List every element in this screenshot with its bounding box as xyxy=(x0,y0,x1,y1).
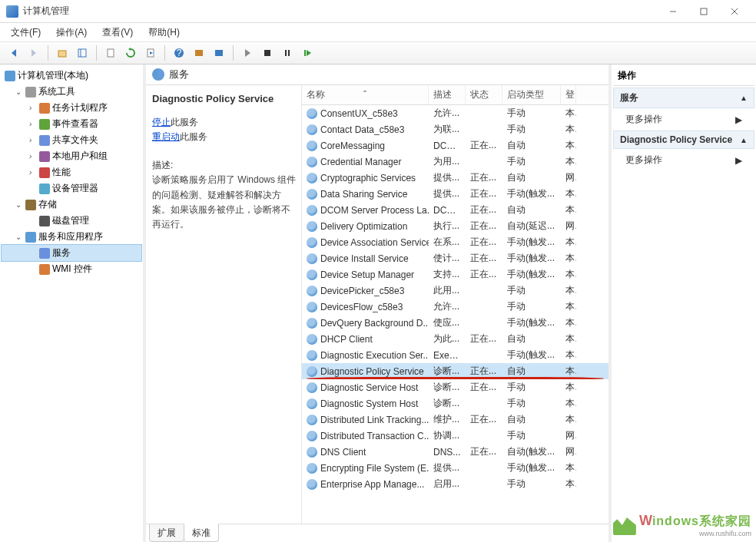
gear-icon xyxy=(307,350,317,361)
show-hide-button[interactable] xyxy=(73,44,91,62)
tree-shared-folders[interactable]: ›共享文件夹 xyxy=(2,132,141,148)
collapse-icon[interactable]: ⌄ xyxy=(15,233,23,241)
service-name-cell: Device Install Service xyxy=(302,253,429,264)
maximize-button[interactable] xyxy=(688,1,719,22)
service-type-cell: 手动 xyxy=(502,300,561,313)
restart-button[interactable] xyxy=(298,44,317,62)
forward-button[interactable] xyxy=(25,44,43,62)
expand-icon[interactable]: › xyxy=(29,136,37,144)
close-button[interactable] xyxy=(719,1,750,22)
service-row[interactable]: DCOM Server Process La...DCO...正在...自动本 xyxy=(302,202,608,218)
service-row[interactable]: DevQuery Background D...使应...手动(触发...本 xyxy=(302,315,608,331)
collapse-icon: ▲ xyxy=(740,136,748,144)
tree-device-manager[interactable]: 设备管理器 xyxy=(2,180,141,197)
help-button[interactable]: ? xyxy=(170,44,188,62)
tab-extended[interactable]: 扩展 xyxy=(149,524,184,542)
collapse-icon[interactable]: ⌄ xyxy=(15,88,23,96)
toolbar-icon[interactable] xyxy=(210,44,228,62)
start-button[interactable] xyxy=(238,44,257,62)
tree-disk-mgmt[interactable]: 磁盘管理 xyxy=(2,213,141,229)
menu-action[interactable]: 操作(A) xyxy=(50,25,93,41)
service-status-cell: 正在... xyxy=(466,220,502,233)
stop-link[interactable]: 停止 xyxy=(152,117,171,127)
col-status[interactable]: 状态 xyxy=(466,85,502,104)
stop-button[interactable] xyxy=(258,44,277,62)
col-logon[interactable]: 登 xyxy=(561,85,576,104)
service-row[interactable]: Diagnostic Service Host诊断...正在...手动本 xyxy=(302,379,608,395)
service-name-cell: Diagnostic Policy Service xyxy=(302,366,429,377)
export-button[interactable] xyxy=(141,44,160,62)
service-name-cell: Diagnostic System Host xyxy=(302,398,429,409)
service-row[interactable]: Contact Data_c58e3为联...手动本 xyxy=(302,121,608,137)
collapse-icon[interactable]: ⌄ xyxy=(15,200,23,209)
tree-system-tools[interactable]: ⌄系统工具 xyxy=(2,84,141,100)
service-row[interactable]: Diagnostic Policy Service诊断...正在...自动本 xyxy=(302,363,608,379)
service-row[interactable]: Diagnostic System Host诊断...手动本 xyxy=(302,395,608,411)
tab-standard[interactable]: 标准 xyxy=(184,524,219,542)
service-row[interactable]: Encrypting File System (E...提供...手动(触发..… xyxy=(302,460,608,476)
service-name-cell: DevQuery Background D... xyxy=(302,318,429,329)
action-more-2[interactable]: 更多操作▶ xyxy=(613,150,754,170)
service-row[interactable]: Device Install Service使计...正在...手动(触发...… xyxy=(302,250,608,266)
tree-performance[interactable]: ›性能 xyxy=(2,164,141,180)
menu-view[interactable]: 查看(V) xyxy=(96,25,139,41)
service-row[interactable]: Delivery Optimization执行...正在...自动(延迟...网 xyxy=(302,218,608,234)
tree-storage[interactable]: ⌄存储 xyxy=(2,197,141,213)
service-row[interactable]: Diagnostic Execution Ser...Exec...手动(触发.… xyxy=(302,347,608,363)
scheduler-icon xyxy=(39,103,50,114)
list-body[interactable]: ConsentUX_c58e3允许...手动本Contact Data_c58e… xyxy=(302,105,608,524)
menu-help[interactable]: 帮助(H) xyxy=(142,25,186,41)
service-row[interactable]: Data Sharing Service提供...正在...手动(触发...本 xyxy=(302,186,608,202)
service-row[interactable]: Distributed Transaction C...协调...手动网 xyxy=(302,428,608,444)
toolbar-separator xyxy=(48,45,48,61)
tree-wmi[interactable]: WMI 控件 xyxy=(2,261,141,277)
col-startup[interactable]: 启动类型 xyxy=(502,85,561,104)
service-row[interactable]: ConsentUX_c58e3允许...手动本 xyxy=(302,105,608,121)
service-log-cell: 本 xyxy=(561,413,576,426)
service-row[interactable]: DevicesFlow_c58e3允许...手动本 xyxy=(302,299,608,315)
menu-file[interactable]: 文件(F) xyxy=(5,25,47,41)
service-row[interactable]: Distributed Link Tracking...维护...正在...自动… xyxy=(302,411,608,428)
service-row[interactable]: Enterprise App Manage...启用...手动本 xyxy=(302,476,608,492)
service-row[interactable]: DevicePicker_c58e3此用...手动本 xyxy=(302,283,608,299)
expand-icon[interactable]: › xyxy=(29,152,37,160)
tree-services[interactable]: 服务 xyxy=(2,245,141,261)
action-group-dps[interactable]: Diagnostic Policy Service▲ xyxy=(613,131,754,149)
properties-button[interactable] xyxy=(101,44,120,62)
service-status-cell: 正在... xyxy=(466,268,502,281)
pause-button[interactable] xyxy=(278,44,297,62)
toolbar-icon[interactable] xyxy=(190,44,208,62)
expand-icon[interactable]: › xyxy=(29,104,37,112)
minimize-button[interactable] xyxy=(658,1,688,22)
tree-pane[interactable]: 计算机管理(本地) ⌄系统工具 ›任务计划程序 ›事件查看器 ›共享文件夹 ›本… xyxy=(0,64,146,542)
expand-icon[interactable]: › xyxy=(29,168,37,177)
service-type-cell: 手动 xyxy=(502,478,561,491)
col-desc[interactable]: 描述 xyxy=(429,85,466,104)
refresh-button[interactable] xyxy=(121,44,140,62)
tree-root[interactable]: 计算机管理(本地) xyxy=(2,68,141,84)
service-desc-cell: 允许... xyxy=(429,300,466,313)
service-row[interactable]: Device Association Service在系...正在...手动(触… xyxy=(302,234,608,250)
restart-link[interactable]: 重启动 xyxy=(152,131,180,142)
col-name[interactable]: 名称 ˆ xyxy=(302,85,429,104)
service-row[interactable]: CoreMessagingDCO...正在...自动本 xyxy=(302,137,608,154)
tree-services-apps[interactable]: ⌄服务和应用程序 xyxy=(2,229,141,245)
service-row[interactable]: DHCP Client为此...正在...自动本 xyxy=(302,331,608,347)
back-button[interactable] xyxy=(5,44,23,62)
action-group-services[interactable]: 服务▲ xyxy=(613,88,754,108)
service-row[interactable]: Device Setup Manager支持...正在...手动(触发...本 xyxy=(302,266,608,283)
tree-event-viewer[interactable]: ›事件查看器 xyxy=(2,116,141,132)
expand-icon[interactable]: › xyxy=(29,120,37,128)
up-button[interactable] xyxy=(53,44,71,62)
tree-task-scheduler[interactable]: ›任务计划程序 xyxy=(2,100,141,116)
disk-icon xyxy=(39,216,50,226)
action-more-1[interactable]: 更多操作▶ xyxy=(613,110,754,129)
service-row[interactable]: Cryptographic Services提供...正在...自动网 xyxy=(302,170,608,186)
service-row[interactable]: DNS ClientDNS...正在...自动(触发...网 xyxy=(302,444,608,460)
svg-rect-21 xyxy=(304,50,306,56)
list-header: 名称 ˆ 描述 状态 启动类型 登 xyxy=(302,85,608,105)
tree-local-users[interactable]: ›本地用户和组 xyxy=(2,148,141,164)
service-row[interactable]: Credential Manager为用...手动本 xyxy=(302,154,608,170)
service-desc-cell: 诊断... xyxy=(429,397,466,410)
gear-icon xyxy=(307,108,317,119)
